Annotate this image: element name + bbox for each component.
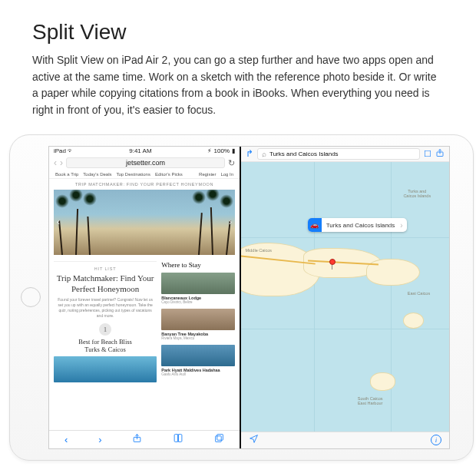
map-pin[interactable] xyxy=(329,259,336,266)
bookmark-icon[interactable]: ☐ xyxy=(424,149,431,159)
status-time: 9:41 AM xyxy=(129,147,151,154)
map-label: South CaicosEast Harbour xyxy=(358,396,383,405)
article-kicker: TRIP MATCHMAKER: FIND YOUR PERFECT HONEY… xyxy=(49,179,240,190)
sidebar-card[interactable]: Park Hyatt Maldives Hadahaa Gaafu Alifu … xyxy=(161,345,235,376)
site-link[interactable]: Log In xyxy=(220,172,233,177)
tabs-icon[interactable] xyxy=(214,433,224,445)
wifi-icon: ᯤ xyxy=(68,147,74,154)
ipad-device: iPad ᯤ 9:41 AM ⚡︎100%▮ ‹ › jetsetter.com… xyxy=(9,134,474,461)
split-pane-maps: ↱ ⌕ Turks and Caicos Islands ☐ xyxy=(241,147,449,448)
charging-icon: ⚡︎ xyxy=(207,147,212,154)
status-battery: 100% xyxy=(214,147,230,154)
article-title-line: Trip Matchmaker: Find Your xyxy=(57,273,154,284)
site-link[interactable]: Register xyxy=(199,172,216,177)
toolbar-back-icon[interactable]: ‹ xyxy=(64,434,68,445)
svg-rect-2 xyxy=(216,436,222,442)
card-image xyxy=(161,273,235,294)
forward-arrow-icon[interactable]: › xyxy=(60,157,63,168)
battery-icon: ▮ xyxy=(232,147,235,154)
article-main: HIT LIST Trip Matchmaker: Find Your Perf… xyxy=(54,261,157,430)
maps-search[interactable]: ⌕ Turks and Caicos Islands xyxy=(257,148,420,160)
map-label: Middle Caicos xyxy=(245,248,272,253)
site-link[interactable]: Book a Trip xyxy=(55,172,78,177)
card-subtitle: Gaafu Alifu Atoll xyxy=(161,372,235,376)
reload-icon[interactable]: ↻ xyxy=(228,158,235,168)
share-icon[interactable] xyxy=(435,147,445,160)
maps-search-text: Turks and Caicos Islands xyxy=(269,150,339,157)
card-subtitle: Cayo District, Belize xyxy=(161,300,235,304)
card-subtitle: Riviera Maya, Mexico xyxy=(161,336,235,340)
list-entry-line: Turks & Caicos xyxy=(78,346,132,353)
locate-icon[interactable] xyxy=(249,434,259,446)
site-link[interactable]: Editor's Picks xyxy=(155,172,183,177)
share-icon[interactable] xyxy=(132,433,142,445)
site-nav: Book a Trip Today's Deals Top Destinatio… xyxy=(49,170,240,179)
address-bar-text: jetsetter.com xyxy=(126,159,165,167)
article-dek: Found your forever travel partner? Congr… xyxy=(54,297,157,319)
info-icon[interactable]: i xyxy=(431,435,441,445)
maps-toolbar: i xyxy=(241,432,449,448)
list-entry-title: Best for Beach Bliss Turks & Caicos xyxy=(78,338,132,353)
list-entry-line: Best for Beach Bliss xyxy=(78,338,132,346)
site-link[interactable]: Top Destinations xyxy=(117,172,150,177)
map-callout[interactable]: 🚗 Turks and Caicos Islands › xyxy=(308,218,407,232)
maps-navbar: ↱ ⌕ Turks and Caicos Islands ☐ xyxy=(241,147,449,162)
rank-badge: 1 xyxy=(99,323,111,336)
toolbar-forward-icon[interactable]: › xyxy=(98,434,101,445)
status-carrier: iPad xyxy=(54,147,66,154)
status-bar: iPad ᯤ 9:41 AM ⚡︎100%▮ xyxy=(49,147,240,156)
map-label: Turks andCaicos Islands xyxy=(403,189,431,198)
list-entry-image xyxy=(54,356,157,382)
safari-navbar: ‹ › jetsetter.com ↻ xyxy=(49,156,240,170)
section-body: With Split View on iPad Air 2, you can g… xyxy=(32,52,444,119)
carousel-next-icon[interactable]: › xyxy=(229,217,232,227)
car-icon: 🚗 xyxy=(308,218,322,232)
carousel-prev-icon[interactable]: ‹ xyxy=(57,217,60,227)
article-title-line: Perfect Honeymoon xyxy=(57,284,154,295)
search-icon: ⌕ xyxy=(262,150,266,158)
site-link[interactable]: Today's Deals xyxy=(83,172,111,177)
map-label: East Caicos xyxy=(408,291,430,296)
map-canvas[interactable]: Turks andCaicos Islands Middle Caicos Ea… xyxy=(241,162,449,432)
directions-icon[interactable]: ↱ xyxy=(246,148,253,159)
sidebar-card[interactable]: Banyan Tree Mayakoba Riviera Maya, Mexic… xyxy=(161,309,235,340)
safari-toolbar: ‹ › xyxy=(49,430,240,448)
back-arrow-icon[interactable]: ‹ xyxy=(54,157,57,168)
card-image xyxy=(161,345,235,366)
bookmarks-icon[interactable] xyxy=(173,433,183,445)
home-button[interactable] xyxy=(21,287,41,307)
ipad-screen: iPad ᯤ 9:41 AM ⚡︎100%▮ ‹ › jetsetter.com… xyxy=(48,146,450,449)
split-pane-safari: iPad ᯤ 9:41 AM ⚡︎100%▮ ‹ › jetsetter.com… xyxy=(49,147,241,448)
address-bar[interactable]: jetsetter.com xyxy=(66,157,225,168)
hitlist-label: HIT LIST xyxy=(94,266,117,271)
callout-text: Turks and Caicos Islands xyxy=(322,222,401,229)
sidebar-heading: Where to Stay xyxy=(161,261,235,269)
chevron-right-icon: › xyxy=(400,221,406,230)
svg-rect-1 xyxy=(217,435,223,441)
sidebar-card[interactable]: Blancaneaux Lodge Cayo District, Belize xyxy=(161,273,235,304)
card-image xyxy=(161,309,235,330)
hero-image: ‹ › xyxy=(54,190,235,255)
article-sidebar: Where to Stay Blancaneaux Lodge Cayo Dis… xyxy=(161,261,235,430)
section-heading: Split View xyxy=(32,20,444,45)
article-title: Trip Matchmaker: Find Your Perfect Honey… xyxy=(57,273,154,295)
